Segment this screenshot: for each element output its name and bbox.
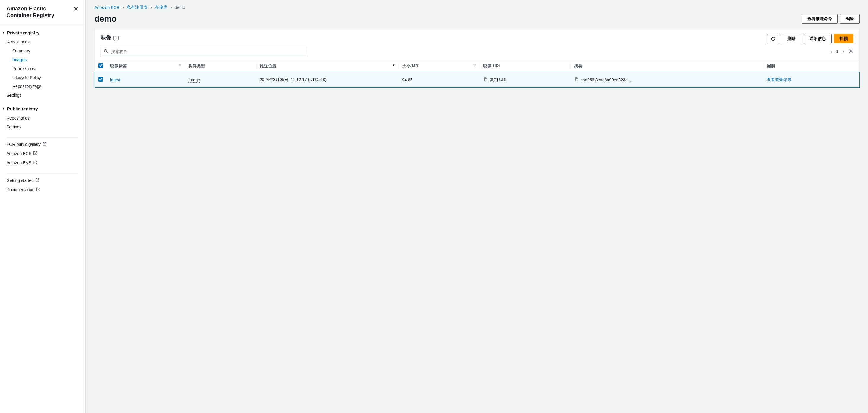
section-label: Private registry [7, 30, 39, 35]
col-pushed-at[interactable]: 推送位置 ▼ [256, 60, 399, 72]
copy-icon [574, 77, 579, 82]
col-uri[interactable]: 映像 URI [479, 60, 570, 72]
page-header: demo 查看推送命令 编辑 [94, 14, 860, 24]
details-button[interactable]: 详细信息 [804, 34, 832, 43]
svg-point-0 [104, 49, 107, 52]
nav-private-section: ▼ Private registry Repositories Summary … [0, 25, 85, 100]
link-documentation[interactable]: Documentation [0, 185, 85, 194]
col-label: 构件类型 [188, 64, 205, 68]
copy-digest-button[interactable]: sha256:8eda8a09ee823a... [574, 77, 760, 82]
view-findings-link[interactable]: 查看调查结果 [767, 77, 792, 82]
sidebar: Amazon Elastic Container Registry ✕ ▼ Pr… [0, 0, 85, 413]
sidebar-header: Amazon Elastic Container Registry ✕ [0, 0, 85, 25]
nav-summary[interactable]: Summary [0, 46, 85, 55]
page-number: 1 [836, 49, 839, 54]
crumb-current: demo [175, 5, 185, 10]
refresh-button[interactable] [767, 34, 779, 43]
nav-public-settings[interactable]: Settings [0, 123, 85, 131]
scan-button[interactable]: 扫描 [834, 34, 854, 43]
panel-title-text: 映像 [101, 35, 112, 40]
external-links-2: Getting started Documentation [0, 176, 85, 194]
divider [6, 173, 79, 174]
page-title: demo [94, 14, 117, 24]
refresh-icon [771, 36, 776, 41]
cell-size: 94.85 [399, 72, 480, 88]
col-label: 漏洞 [767, 64, 775, 68]
select-all-checkbox[interactable] [98, 63, 103, 68]
section-label: Public registry [7, 106, 38, 111]
nav-repositories[interactable]: Repositories [0, 38, 85, 46]
link-amazon-eks[interactable]: Amazon EKS [0, 158, 85, 167]
table-row: latest Image 2024年3月05日, 11:12:17 (UTC+0… [95, 72, 860, 88]
col-size[interactable]: 大小(MB) ▽ [399, 60, 480, 72]
panel-title: 映像 (1) [101, 34, 119, 41]
nav-lifecycle-policy[interactable]: Lifecycle Policy [0, 73, 85, 82]
col-label: 摘要 [574, 64, 582, 68]
sort-desc-icon: ▼ [392, 64, 395, 67]
images-table: 映像标签 ▽ 构件类型 推送位置 ▼ 大小(MB) ▽ [95, 60, 860, 87]
nav-public-repositories[interactable]: Repositories [0, 114, 85, 123]
link-label: Amazon EKS [6, 160, 31, 165]
external-link-icon [33, 151, 37, 156]
nav-images[interactable]: Images [0, 55, 85, 64]
link-label: Amazon ECS [6, 151, 31, 156]
settings-button[interactable] [848, 48, 854, 55]
col-artifact-type[interactable]: 构件类型 [185, 60, 256, 72]
col-label: 映像 URI [483, 64, 500, 68]
panel-header: 映像 (1) 删除 详细信息 扫描 [95, 29, 860, 43]
svg-point-1 [850, 50, 852, 52]
nav-permissions[interactable]: Permissions [0, 64, 85, 73]
next-page-button[interactable]: › [842, 49, 844, 54]
main-content: Amazon ECR › 私有注册表 › 存储库 › demo demo 查看推… [85, 0, 868, 413]
row-checkbox[interactable] [98, 77, 103, 82]
crumb-amazon-ecr[interactable]: Amazon ECR [94, 5, 120, 10]
link-amazon-ecs[interactable]: Amazon ECS [0, 149, 85, 158]
search-input[interactable] [101, 47, 308, 56]
image-tag-link[interactable]: latest [110, 77, 120, 82]
service-title: Amazon Elastic Container Registry [6, 5, 66, 19]
external-link-icon [42, 142, 46, 147]
size-text: 94.85 [402, 77, 413, 82]
copy-uri-button[interactable]: 复制 URI [483, 77, 567, 82]
link-label: Getting started [6, 178, 34, 183]
artifact-type-text: Image [188, 77, 200, 82]
pager: ‹ 1 › [831, 48, 854, 55]
view-push-commands-button[interactable]: 查看推送命令 [802, 14, 838, 24]
edit-button[interactable]: 编辑 [840, 14, 860, 24]
close-icon[interactable]: ✕ [73, 5, 79, 12]
link-label: Documentation [6, 187, 34, 192]
col-image-tag[interactable]: 映像标签 ▽ [107, 60, 185, 72]
nav-repository-tags[interactable]: Repository tags [0, 82, 85, 91]
crumb-repositories[interactable]: 存储库 [155, 5, 167, 10]
nav-private-settings[interactable]: Settings [0, 91, 85, 100]
table-header-row: 映像标签 ▽ 构件类型 推送位置 ▼ 大小(MB) ▽ [95, 60, 860, 72]
digest-text: sha256:8eda8a09ee823a... [581, 77, 631, 82]
divider [6, 137, 79, 138]
delete-button[interactable]: 删除 [782, 34, 801, 43]
cell-pushed-at: 2024年3月05日, 11:12:17 (UTC+08) [256, 72, 399, 88]
section-toggle-public[interactable]: ▼ Public registry [0, 104, 85, 114]
svg-rect-2 [485, 78, 487, 81]
chevron-right-icon: › [170, 5, 172, 10]
panel-count: (1) [113, 35, 119, 40]
crumb-private-registry[interactable]: 私有注册表 [127, 5, 148, 10]
cell-vulnerabilities: 查看调查结果 [763, 72, 860, 88]
col-digest[interactable]: 摘要 [570, 60, 764, 72]
cell-artifact-type: Image [185, 72, 256, 88]
sort-icon: ▽ [474, 64, 476, 67]
prev-page-button[interactable]: ‹ [831, 49, 832, 54]
chevron-right-icon: › [123, 5, 124, 10]
link-getting-started[interactable]: Getting started [0, 176, 85, 185]
cell-digest: sha256:8eda8a09ee823a... [570, 72, 764, 88]
gear-icon [848, 48, 854, 54]
section-toggle-private[interactable]: ▼ Private registry [0, 28, 85, 38]
toolbar: ‹ 1 › [95, 43, 860, 60]
external-link-icon [33, 160, 37, 165]
col-label: 大小(MB) [402, 64, 420, 68]
nav-public-section: ▼ Public registry Repositories Settings [0, 100, 85, 131]
row-select-cell [95, 72, 107, 88]
link-ecr-public-gallery[interactable]: ECR public gallery [0, 140, 85, 149]
col-vulnerabilities[interactable]: 漏洞 [763, 60, 860, 72]
caret-down-icon: ▼ [2, 31, 5, 34]
external-links-1: ECR public gallery Amazon ECS Amazon EKS [0, 140, 85, 167]
